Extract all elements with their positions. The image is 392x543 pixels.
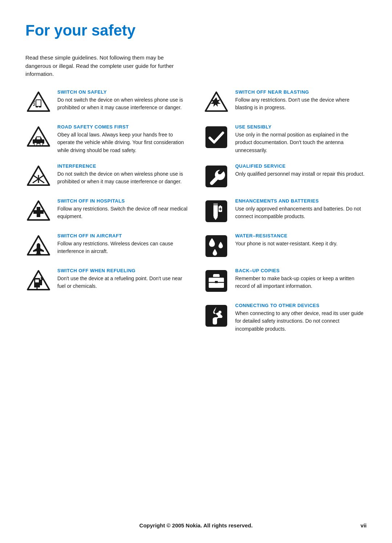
list-item: SWITCH OFF NEAR BLASTING Follow any rest… <box>203 89 367 115</box>
briefcase-icon <box>203 268 229 294</box>
intro-text: Read these simple guidelines. Not follow… <box>25 54 181 78</box>
blasting-warning-icon <box>203 89 229 115</box>
qualified-service-title: QUALIFIED SERVICE <box>235 163 367 169</box>
svg-point-9 <box>34 143 37 146</box>
backup-copies-content: BACK–UP COPIES Remember to make back-up … <box>235 268 367 290</box>
svg-point-10 <box>40 143 43 146</box>
qualified-service-desc: Only qualified personnel may install or … <box>235 170 367 178</box>
hospital-warning-icon <box>25 198 52 224</box>
svg-rect-2 <box>36 100 41 106</box>
svg-point-3 <box>38 106 39 107</box>
enhancements-batteries-title: ENHANCEMENTS AND BATTERIES <box>235 198 367 204</box>
page-number: vii <box>360 522 367 528</box>
aircraft-warning-icon <box>25 233 52 259</box>
list-item: QUALIFIED SERVICE Only qualified personn… <box>203 163 367 189</box>
connecting-devices-desc: When connecting to any other device, rea… <box>235 310 367 333</box>
svg-rect-34 <box>213 203 218 205</box>
list-item: SWITCH OFF WHEN REFUELING Don't use the … <box>25 268 189 294</box>
left-column: SWITCH ON SAFELY Do not switch the devic… <box>25 89 189 342</box>
aircraft-content: SWITCH OFF IN AIRCRAFT Follow any restri… <box>57 233 189 256</box>
svg-rect-11 <box>37 137 40 139</box>
blasting-title: SWITCH OFF NEAR BLASTING <box>235 89 367 95</box>
enhancements-batteries-desc: Use only approved enhancements and batte… <box>235 205 367 221</box>
refuel-desc: Don't use the device at a refueling poin… <box>57 275 189 290</box>
hospital-desc: Follow any restrictions. Switch the devi… <box>57 205 189 221</box>
refuel-title: SWITCH OFF WHEN REFUELING <box>57 268 189 273</box>
list-item: SWITCH OFF IN AIRCRAFT Follow any restri… <box>25 233 189 259</box>
svg-rect-29 <box>205 126 227 148</box>
hospital-content: SWITCH OFF IN HOSPITALS Follow any restr… <box>57 198 189 221</box>
interference-desc: Do not switch the device on when wireles… <box>57 170 189 186</box>
refuel-warning-icon <box>25 268 52 294</box>
aircraft-desc: Follow any restrictions. Wireless device… <box>57 240 189 256</box>
blasting-content: SWITCH OFF NEAR BLASTING Follow any rest… <box>235 89 367 112</box>
svg-line-6 <box>33 105 35 106</box>
svg-rect-26 <box>41 277 43 279</box>
footer: Copyright © 2005 Nokia. All rights reser… <box>0 522 392 528</box>
refuel-content: SWITCH OFF WHEN REFUELING Don't use the … <box>57 268 189 290</box>
right-column: SWITCH OFF NEAR BLASTING Follow any rest… <box>203 89 367 342</box>
switch-on-safely-content: SWITCH ON SAFELY Do not switch the devic… <box>57 89 189 112</box>
list-item: WATER–RESISTANCE Your phone is not water… <box>203 233 367 259</box>
plug-devices-icon <box>203 303 229 329</box>
blasting-desc: Follow any restrictions. Don't use the d… <box>235 96 367 112</box>
water-resistance-title: WATER–RESISTANCE <box>235 233 367 238</box>
svg-rect-22 <box>35 279 39 282</box>
phone-warning-icon <box>25 89 52 115</box>
enhancements-batteries-content: ENHANCEMENTS AND BATTERIES Use only appr… <box>235 198 367 221</box>
backup-copies-title: BACK–UP COPIES <box>235 268 367 273</box>
water-resistance-content: WATER–RESISTANCE Your phone is not water… <box>235 233 367 248</box>
connecting-devices-content: CONNECTING TO OTHER DEVICES When connect… <box>235 303 367 333</box>
hospital-title: SWITCH OFF IN HOSPITALS <box>57 198 189 204</box>
road-safety-title: ROAD SAFETY COMES FIRST <box>57 124 189 130</box>
wrench-icon <box>203 163 229 189</box>
list-item: SWITCH ON SAFELY Do not switch the devic… <box>25 89 189 115</box>
aircraft-title: SWITCH OFF IN AIRCRAFT <box>57 233 189 238</box>
checkmark-icon <box>203 124 229 150</box>
water-drops-icon <box>203 233 229 259</box>
use-sensibly-desc: Use only in the normal position as expla… <box>235 131 367 155</box>
backup-copies-desc: Remember to make back-up copies or keep … <box>235 275 367 290</box>
svg-point-47 <box>219 311 221 314</box>
interference-warning-icon <box>25 163 52 189</box>
svg-rect-43 <box>215 281 218 283</box>
svg-rect-36 <box>220 205 221 207</box>
car-warning-icon <box>25 124 52 150</box>
switch-on-safely-desc: Do not switch the device on when wireles… <box>57 96 189 112</box>
list-item: ROAD SAFETY COMES FIRST Obey all local l… <box>25 124 189 155</box>
switch-on-safely-title: SWITCH ON SAFELY <box>57 89 189 95</box>
list-item: INTERFERENCE Do not switch the device on… <box>25 163 189 189</box>
svg-rect-18 <box>33 210 44 214</box>
page-title: For your safety <box>25 22 367 39</box>
battery-pen-icon <box>203 198 229 224</box>
list-item: USE SENSIBLY Use only in the normal posi… <box>203 124 367 155</box>
water-resistance-desc: Your phone is not water-resistant. Keep … <box>235 240 367 248</box>
svg-rect-23 <box>40 279 42 285</box>
interference-title: INTERFERENCE <box>57 163 189 169</box>
interference-content: INTERFERENCE Do not switch the device on… <box>57 163 189 186</box>
list-item: SWITCH OFF IN HOSPITALS Follow any restr… <box>25 198 189 224</box>
list-item: CONNECTING TO OTHER DEVICES When connect… <box>203 303 367 333</box>
connecting-devices-title: CONNECTING TO OTHER DEVICES <box>235 303 367 308</box>
list-item: ENHANCEMENTS AND BATTERIES Use only appr… <box>203 198 367 224</box>
road-safety-desc: Obey all local laws. Always keep your ha… <box>57 131 189 155</box>
use-sensibly-title: USE SENSIBLY <box>235 124 367 130</box>
copyright-text: Copyright © 2005 Nokia. All rights reser… <box>139 522 253 528</box>
use-sensibly-content: USE SENSIBLY Use only in the normal posi… <box>235 124 367 155</box>
svg-rect-21 <box>34 278 40 287</box>
qualified-service-content: QUALIFIED SERVICE Only qualified personn… <box>235 163 367 178</box>
road-safety-content: ROAD SAFETY COMES FIRST Obey all local l… <box>57 124 189 155</box>
list-item: BACK–UP COPIES Remember to make back-up … <box>203 268 367 294</box>
